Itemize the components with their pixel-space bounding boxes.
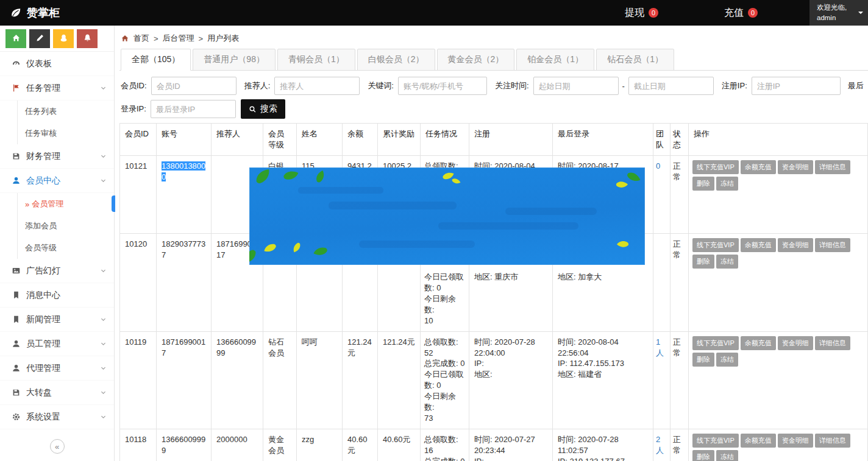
freeze-button[interactable]: 冻结: [716, 177, 738, 191]
sidebar-item-member-level[interactable]: 会员等级: [18, 237, 114, 259]
delete-button[interactable]: 删除: [692, 353, 714, 367]
cell-register: 时间: 2020-07-28 22:04:00 IP: 地区:: [469, 331, 553, 429]
balance-recharge-button[interactable]: 余额充值: [741, 160, 776, 174]
cell-task-status: 总领取数: 16 总完成数: 0 今日已领取 数: 0 今日剩余数:: [421, 429, 469, 461]
cell-status: 正常: [671, 233, 689, 331]
chevron-down-icon: [100, 316, 107, 323]
chevron-down-icon: [100, 365, 107, 371]
sidebar-item-add-member[interactable]: 添加会员: [18, 215, 114, 237]
breadcrumb-home[interactable]: 首页: [133, 33, 149, 44]
withdraw-label: 提现: [625, 7, 644, 19]
team-link[interactable]: 0: [656, 161, 660, 172]
sidebar-item-finance[interactable]: 财务管理: [0, 144, 114, 169]
sidebar-item-member-mgmt[interactable]: » 会员管理: [18, 193, 114, 215]
sidebar-item-agent-mgmt[interactable]: 代理管理: [0, 356, 114, 381]
sidebar-item-task-review[interactable]: 任务审核: [18, 122, 114, 144]
selected-account-text: 13800138000: [162, 161, 205, 181]
dashboard-icon: [11, 59, 21, 69]
pencil-icon: [35, 33, 44, 44]
freeze-button[interactable]: 冻结: [716, 255, 738, 269]
detail-info-button[interactable]: 详细信息: [815, 434, 850, 448]
tab-silver[interactable]: 白银会员（2）: [357, 49, 435, 71]
filter-row-2: 登录IP: 搜索: [121, 99, 868, 119]
chevron-down-icon: [100, 340, 107, 347]
home-quick-button[interactable]: [5, 29, 26, 48]
end-date-input[interactable]: [628, 77, 714, 95]
offline-vip-button[interactable]: 线下充值VIP: [692, 238, 739, 252]
register-ip-input[interactable]: [752, 77, 841, 95]
tab-gold[interactable]: 黄金会员（2）: [437, 49, 515, 71]
sidebar-item-label: 会员中心: [26, 175, 60, 186]
sidebar-item-task-mgmt[interactable]: 任务管理: [0, 76, 114, 100]
last-login-ip-label-part2: 登录IP:: [121, 104, 146, 114]
tab-all[interactable]: 全部（105）: [121, 49, 191, 71]
balance-recharge-button[interactable]: 余额充值: [741, 336, 776, 350]
withdraw-link[interactable]: 提现 0: [625, 7, 658, 19]
sidebar-item-dashboard[interactable]: 仪表板: [0, 52, 114, 76]
user-icon: [11, 176, 21, 186]
search-button-label: 搜索: [260, 104, 277, 114]
sidebar-item-staff-mgmt[interactable]: 员工管理: [0, 332, 114, 356]
tab-bronze[interactable]: 青铜会员（1）: [277, 49, 355, 71]
sidebar-item-label: 代理管理: [26, 363, 60, 374]
fund-detail-button[interactable]: 资金明细: [778, 160, 813, 174]
fund-detail-button[interactable]: 资金明细: [778, 434, 813, 448]
col-header-task: 任务情况: [421, 124, 469, 156]
qq-quick-button[interactable]: [53, 29, 74, 48]
team-link[interactable]: 2 人: [656, 434, 664, 456]
detail-info-button[interactable]: 详细信息: [815, 160, 850, 174]
offline-vip-button[interactable]: 线下充值VIP: [692, 160, 739, 174]
delete-button[interactable]: 删除: [692, 177, 714, 191]
col-header-level: 会员等级: [263, 124, 297, 156]
freeze-button[interactable]: 冻结: [716, 450, 738, 461]
start-date-input[interactable]: [533, 77, 619, 95]
sidebar-item-news-mgmt[interactable]: 新闻管理: [0, 308, 114, 332]
register-ip-label: 注册IP:: [722, 80, 747, 91]
brand[interactable]: 赞掌柜: [0, 5, 69, 20]
sidebar-item-lucky-wheel[interactable]: 大转盘: [0, 381, 114, 405]
breadcrumb-admin[interactable]: 后台管理: [163, 33, 194, 44]
detail-info-button[interactable]: 详细信息: [815, 336, 850, 350]
member-id-input[interactable]: [151, 77, 237, 95]
tab-normal-user[interactable]: 普通用户（98）: [193, 49, 276, 71]
delete-button[interactable]: 删除: [692, 450, 714, 461]
sidebar-item-label: 新闻管理: [26, 314, 60, 325]
sidebar-menu: 仪表板 任务管理 任务列表 任务审核 财务管理 会员中心: [0, 52, 114, 454]
brand-leaf-icon: [10, 7, 22, 19]
delete-button[interactable]: 删除: [692, 255, 714, 269]
sidebar-item-system-settings[interactable]: 系统设置: [0, 405, 114, 429]
sidebar-collapse-button[interactable]: «: [50, 439, 65, 454]
keyword-input[interactable]: [398, 77, 487, 95]
cell-status: 正常: [671, 155, 689, 233]
user-menu[interactable]: 欢迎光临, admin: [809, 0, 868, 26]
cell-task-status: 总领取数: 52 总完成数: 0 今日已领取 数: 0 今日剩余数: 73: [421, 331, 469, 429]
detail-info-button[interactable]: 详细信息: [815, 238, 850, 252]
referrer-input[interactable]: [274, 77, 360, 95]
tab-diamond[interactable]: 钻石会员（1）: [596, 49, 674, 71]
balance-recharge-button[interactable]: 余额充值: [741, 238, 776, 252]
current-marker: »: [25, 200, 29, 209]
leaf-decoration: [249, 167, 645, 265]
welcome-text: 欢迎光临, admin: [817, 2, 847, 23]
search-button[interactable]: 搜索: [241, 99, 285, 119]
sidebar-item-member-center[interactable]: 会员中心: [0, 169, 114, 193]
tab-platinum[interactable]: 铂金会员（1）: [516, 49, 594, 71]
notice-quick-button[interactable]: [77, 29, 98, 48]
edit-quick-button[interactable]: [29, 29, 50, 48]
offline-vip-button[interactable]: 线下充值VIP: [692, 336, 739, 350]
recharge-link[interactable]: 充值 0: [724, 7, 758, 19]
sidebar-item-ad-slides[interactable]: 广告幻灯: [0, 259, 114, 283]
privacy-overlay-image: [249, 167, 645, 265]
disk-icon: [11, 152, 21, 161]
freeze-button[interactable]: 冻结: [716, 353, 738, 367]
fund-detail-button[interactable]: 资金明细: [778, 336, 813, 350]
col-header-account: 账号: [157, 124, 212, 156]
cell-account: 18716990017: [157, 331, 212, 429]
balance-recharge-button[interactable]: 余额充值: [741, 434, 776, 448]
sidebar-item-task-list[interactable]: 任务列表: [18, 100, 114, 122]
offline-vip-button[interactable]: 线下充值VIP: [692, 434, 739, 448]
team-link[interactable]: 1 人: [656, 337, 664, 359]
last-login-ip-input[interactable]: [151, 100, 236, 118]
sidebar-item-message-center[interactable]: 消息中心: [0, 283, 114, 308]
fund-detail-button[interactable]: 资金明细: [778, 238, 813, 252]
